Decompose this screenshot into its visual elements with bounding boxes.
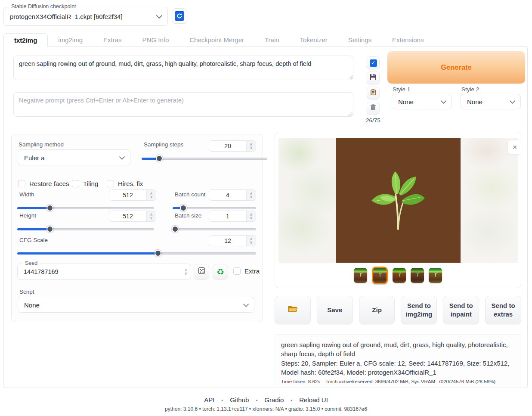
save-style-button[interactable]: [367, 71, 380, 84]
sampling-steps-input[interactable]: 20 ∧∨: [209, 140, 256, 152]
save-button[interactable]: Save: [317, 296, 353, 324]
tab-train[interactable]: Train: [254, 33, 290, 47]
negative-prompt-input[interactable]: [13, 92, 353, 117]
batch-size-slider[interactable]: [173, 226, 256, 233]
width-input[interactable]: 512 ∧∨: [109, 189, 156, 201]
restore-faces-checkbox[interactable]: Restore faces: [18, 180, 69, 187]
width-label: Width: [19, 191, 34, 198]
floppy-icon: [370, 74, 377, 82]
chevron-down-icon: [243, 301, 249, 309]
hires-fix-checkbox[interactable]: Hires. fix: [107, 180, 143, 187]
tab-img2img[interactable]: img2img: [48, 33, 93, 47]
sampling-steps-slider[interactable]: [142, 155, 267, 162]
thumbnail-5[interactable]: [429, 268, 442, 283]
height-value: 512: [109, 211, 146, 221]
open-folder-button[interactable]: [275, 296, 311, 324]
settings-panel: Sampling method Euler a Sampling steps 2…: [11, 134, 263, 322]
bullet-separator: •: [256, 397, 257, 403]
cfg-scale-slider[interactable]: [17, 250, 256, 257]
footer-link-gradio[interactable]: Gradio: [264, 396, 284, 404]
height-input[interactable]: 512 ∧∨: [109, 211, 156, 222]
seed-input[interactable]: Seed 1441787169 ∧∨: [17, 264, 191, 280]
stepper-icon[interactable]: ∧∨: [184, 268, 187, 275]
close-gallery-button[interactable]: ×: [507, 140, 521, 155]
tab-extensions[interactable]: Extensions: [382, 33, 434, 47]
style2-value: None: [467, 98, 483, 106]
cfg-scale-input[interactable]: 12 ∧∨: [209, 235, 256, 246]
thumbnail-strip: [275, 267, 521, 284]
apply-style-button[interactable]: [367, 87, 380, 99]
prompt-input[interactable]: green sapling rowing out of ground, mud,…: [13, 56, 353, 80]
tab-png-info[interactable]: PNG Info: [132, 33, 179, 47]
main-tabs: txt2img img2img Extras PNG Info Checkpoi…: [3, 33, 434, 47]
thumbnail-3[interactable]: [393, 268, 406, 283]
footer-link-github[interactable]: Github: [230, 396, 249, 404]
txt2img-panel: green sapling rowing out of ground, mud,…: [3, 46, 528, 388]
send-to-img2img-button[interactable]: Send to img2img: [401, 296, 437, 324]
send-to-inpaint-button[interactable]: Send to inpaint: [443, 296, 479, 324]
checkbox-icon: [107, 180, 114, 187]
tab-txt2img[interactable]: txt2img: [3, 33, 48, 47]
batch-count-value: 4: [209, 190, 246, 200]
tab-checkpoint-merger[interactable]: Checkpoint Merger: [179, 33, 254, 47]
batch-size-input[interactable]: 1 ∧∨: [209, 211, 256, 222]
time-taken-text: Time taken: 8.62s: [281, 379, 320, 384]
sampling-method-label: Sampling method: [19, 141, 64, 148]
style1-dropdown[interactable]: None: [392, 94, 452, 109]
style1-value: None: [398, 98, 414, 106]
tab-settings[interactable]: Settings: [338, 33, 382, 47]
checkbox-icon: [233, 267, 241, 275]
refresh-icon: [175, 11, 184, 21]
bullet-separator: •: [221, 397, 223, 403]
style2-dropdown[interactable]: None: [461, 94, 521, 109]
random-seed-button[interactable]: [194, 264, 209, 279]
height-slider[interactable]: [17, 226, 154, 233]
generated-image[interactable]: [336, 138, 461, 263]
stepper-icon[interactable]: ∧∨: [246, 211, 256, 221]
blue-check-icon: ✓: [370, 59, 377, 67]
gallery-blur-right: [461, 138, 518, 263]
sampling-method-value: Euler a: [24, 154, 45, 161]
script-value: None: [24, 301, 40, 308]
reuse-seed-button[interactable]: ♻: [213, 264, 228, 279]
stepper-icon[interactable]: ∧∨: [246, 236, 256, 246]
sampling-method-dropdown[interactable]: Euler a: [18, 149, 130, 165]
thumbnail-2-selected[interactable]: [372, 267, 388, 284]
dice-icon: [198, 267, 205, 276]
tab-extras[interactable]: Extras: [93, 33, 132, 47]
output-params-text: Steps: 20, Sampler: Euler a, CFG scale: …: [281, 359, 515, 377]
checkpoint-dropdown[interactable]: Stable Diffusion checkpoint protogenX34O…: [3, 7, 168, 26]
batch-size-value: 1: [209, 211, 246, 221]
thumbnail-1[interactable]: [354, 268, 367, 283]
footer-links: API • Github • Gradio • Reload UI: [0, 396, 532, 404]
tab-tokenizer[interactable]: Tokenizer: [290, 33, 338, 47]
gallery-actions: Save Zip Send to img2img Send to inpaint…: [275, 296, 521, 324]
generate-button[interactable]: Generate: [387, 51, 525, 84]
gallery-blur-left: [278, 138, 336, 263]
stepper-icon[interactable]: ∧∨: [146, 190, 156, 200]
footer-link-api[interactable]: API: [204, 396, 214, 404]
batch-count-label: Batch count: [175, 191, 205, 198]
token-counter: 26/75: [364, 117, 383, 124]
output-stats-row: Time taken: 8.62s Torch active/reserved:…: [281, 379, 515, 384]
zip-button[interactable]: Zip: [359, 296, 395, 324]
trash-icon: [370, 104, 377, 112]
clear-prompt-button[interactable]: [367, 102, 380, 115]
send-to-extras-button[interactable]: Send to extras: [485, 296, 521, 324]
script-dropdown[interactable]: None: [18, 297, 254, 313]
checkpoint-value: protogenX34OfficialR_1.ckpt [60fe2f34]: [10, 13, 123, 20]
restore-faces-label: Restore faces: [29, 180, 69, 187]
stepper-icon[interactable]: ∧∨: [146, 211, 156, 221]
refresh-checkpoint-button[interactable]: [172, 8, 187, 24]
batch-count-input[interactable]: 4 ∧∨: [209, 189, 256, 201]
stepper-icon[interactable]: ∧∨: [246, 190, 256, 200]
tiling-checkbox[interactable]: Tiling: [72, 180, 98, 187]
thumbnail-4[interactable]: [411, 268, 424, 283]
seed-extra-checkbox[interactable]: Extra: [233, 267, 260, 275]
style1-label: Style 1: [393, 86, 410, 93]
seed-extra-label: Extra: [244, 267, 260, 275]
stepper-icon[interactable]: ∧∨: [246, 141, 256, 151]
paste-params-button[interactable]: ✓: [367, 56, 380, 69]
recycle-icon: ♻: [217, 267, 224, 276]
footer-link-reload-ui[interactable]: Reload UI: [299, 396, 328, 404]
